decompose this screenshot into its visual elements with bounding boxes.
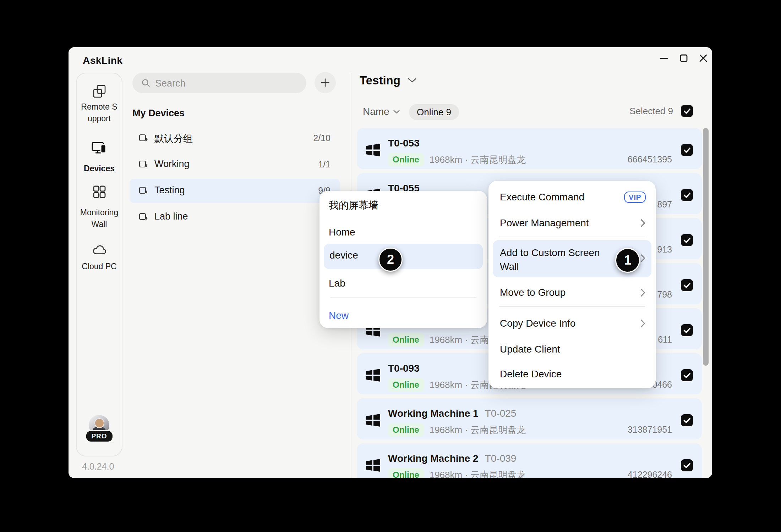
check-icon bbox=[681, 414, 693, 426]
submenu-item-label: device bbox=[329, 250, 358, 261]
submenu-item-home[interactable]: Home bbox=[329, 225, 478, 239]
group-row-testing[interactable]: Testing 9/9 bbox=[130, 179, 340, 203]
device-name: Working Machine 1 bbox=[388, 408, 479, 419]
group-count: 1/1 bbox=[318, 159, 331, 170]
search-icon bbox=[141, 78, 151, 88]
device-id: 798 bbox=[657, 289, 672, 300]
asklink-window: AskLink Remote Support bbox=[69, 47, 712, 478]
group-icon bbox=[138, 133, 149, 145]
remote-support-icon bbox=[91, 83, 108, 101]
device-code: T0-039 bbox=[485, 453, 517, 464]
add-device-button[interactable] bbox=[315, 72, 336, 93]
step-badge-2: 2 bbox=[378, 248, 403, 272]
plus-icon bbox=[320, 77, 331, 88]
windows-icon bbox=[365, 457, 381, 475]
device-id: 313871951 bbox=[628, 425, 672, 435]
sidebar-item-label: Monitoring Wall bbox=[77, 207, 122, 230]
device-location: 1968km · 云南昆明盘龙 bbox=[430, 469, 526, 478]
device-id: 666451395 bbox=[628, 154, 672, 165]
status-badge: Online bbox=[388, 468, 424, 478]
submenu-header: 我的屏幕墙 bbox=[329, 198, 478, 212]
device-name: T0-053 bbox=[388, 138, 420, 149]
check-icon bbox=[681, 279, 693, 291]
submenu-item-new[interactable]: New bbox=[329, 309, 478, 323]
device-checkbox[interactable] bbox=[681, 324, 693, 338]
device-name: Working Machine 2 bbox=[388, 453, 479, 464]
search-box bbox=[132, 73, 306, 93]
menu-item-delete-device[interactable]: Delete Device bbox=[500, 367, 646, 381]
monitoring-wall-icon bbox=[91, 184, 108, 201]
device-checkbox[interactable] bbox=[681, 459, 693, 473]
nav-rail: Remote Support Devices Monitoring Wall bbox=[76, 73, 122, 456]
group-name: Lab line bbox=[154, 211, 188, 222]
check-icon bbox=[681, 144, 693, 156]
device-checkbox[interactable] bbox=[681, 279, 693, 293]
group-row-working[interactable]: Working 1/1 bbox=[130, 153, 340, 177]
device-location: 1968km · 云南昆明盘龙 bbox=[430, 424, 526, 436]
windows-icon bbox=[365, 367, 381, 385]
device-context-menu: Execute Command VIP Power Management Add… bbox=[488, 181, 656, 388]
app-version: 4.0.24.0 bbox=[82, 461, 114, 472]
menu-item-copy-device-info[interactable]: Copy Device Info bbox=[500, 316, 646, 331]
status-badge: Online bbox=[388, 333, 424, 347]
menu-divider bbox=[499, 306, 645, 307]
device-row[interactable]: T0-053 Online1968km · 云南昆明盘龙 666451395 bbox=[357, 128, 702, 169]
device-id: 412296246 bbox=[628, 470, 672, 478]
device-checkbox[interactable] bbox=[681, 144, 693, 157]
device-code: T0-025 bbox=[485, 408, 517, 419]
submenu-item-lab[interactable]: Lab bbox=[329, 276, 478, 290]
screen-wall-submenu: 我的屏幕墙 Home device Lab New 2 bbox=[320, 191, 487, 328]
group-name: Working bbox=[154, 159, 190, 170]
device-id: 897 bbox=[657, 199, 672, 210]
menu-item-update-client[interactable]: Update Client bbox=[500, 342, 646, 356]
check-icon bbox=[681, 459, 693, 471]
menu-item-label: Execute Command bbox=[500, 192, 584, 203]
sidebar-item-label: Remote Support bbox=[77, 101, 122, 124]
device-location: 1968km · 云南昆明盘龙 bbox=[430, 154, 526, 166]
step-badge-1: 1 bbox=[615, 248, 640, 273]
device-row[interactable]: Working Machine 1T0-025 Online1968km · 云… bbox=[357, 398, 702, 439]
section-title: My Devices bbox=[132, 108, 185, 119]
menu-item-label: Delete Device bbox=[500, 368, 562, 380]
group-count: 2/10 bbox=[313, 133, 331, 143]
chevron-right-icon bbox=[640, 254, 646, 263]
group-icon bbox=[138, 159, 149, 171]
device-row[interactable]: Working Machine 2T0-039 Online1968km · 云… bbox=[357, 443, 702, 478]
group-name: 默认分组 bbox=[154, 132, 193, 145]
menu-item-label: Update Client bbox=[500, 344, 560, 355]
device-id: 611 bbox=[658, 334, 672, 345]
group-row-lab-line[interactable]: Lab line bbox=[130, 205, 340, 229]
menu-item-power-management[interactable]: Power Management bbox=[500, 216, 646, 230]
device-checkbox[interactable] bbox=[681, 369, 693, 383]
windows-icon bbox=[365, 142, 381, 160]
status-badge: Online bbox=[388, 153, 424, 166]
chevron-right-icon bbox=[640, 319, 646, 328]
sidebar-item-label: Devices bbox=[77, 163, 122, 174]
scrollbar-thumb[interactable] bbox=[703, 128, 709, 366]
device-checkbox[interactable] bbox=[681, 234, 693, 248]
pro-badge: PRO bbox=[85, 430, 113, 443]
submenu-item-device[interactable]: device bbox=[324, 244, 483, 269]
device-name: T0-093 bbox=[388, 363, 420, 374]
status-badge: Online bbox=[388, 378, 424, 392]
menu-divider bbox=[330, 297, 476, 298]
check-icon bbox=[681, 189, 693, 201]
device-checkbox[interactable] bbox=[681, 414, 693, 428]
menu-item-label: Move to Group bbox=[500, 287, 566, 298]
device-id: 913 bbox=[657, 244, 672, 255]
menu-item-move-to-group[interactable]: Move to Group bbox=[500, 286, 646, 300]
chevron-right-icon bbox=[640, 288, 646, 297]
check-icon bbox=[681, 369, 693, 381]
avatar-head bbox=[94, 418, 104, 428]
screen: AskLink Remote Support bbox=[0, 0, 781, 532]
check-icon bbox=[681, 324, 693, 336]
group-row-default[interactable]: 默认分组 2/10 bbox=[130, 126, 340, 150]
search-input[interactable] bbox=[154, 73, 298, 94]
menu-item-execute-command[interactable]: Execute Command VIP bbox=[500, 190, 646, 204]
menu-item-label: Power Management bbox=[500, 217, 589, 229]
device-checkbox[interactable] bbox=[681, 189, 693, 203]
check-icon bbox=[681, 234, 693, 246]
cloud-icon bbox=[91, 242, 108, 260]
group-name: Testing bbox=[154, 185, 185, 196]
sidebar-item-label: Cloud PC bbox=[77, 261, 122, 272]
